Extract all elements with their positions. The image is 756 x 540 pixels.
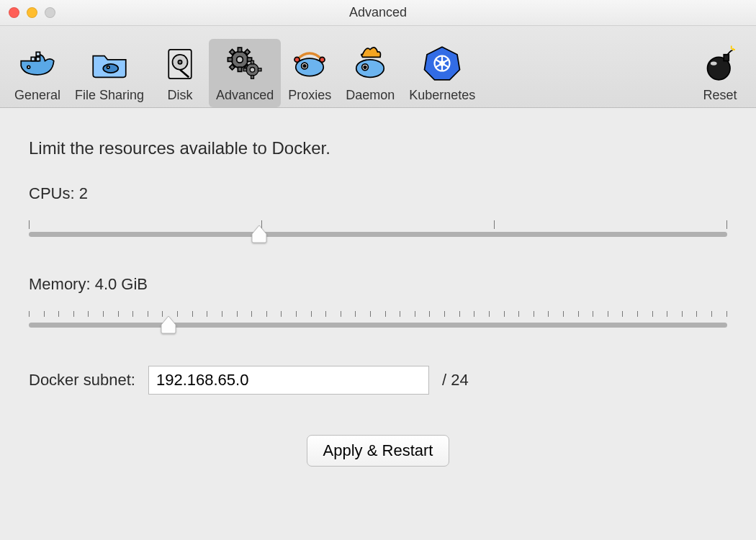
close-window-button[interactable] [9,7,19,18]
subnet-input[interactable] [148,366,429,395]
svg-point-32 [441,61,444,65]
preferences-panel: Limit the resources available to Docker.… [0,108,756,484]
memory-slider-ticks [29,311,727,321]
tab-file-sharing[interactable]: File Sharing [68,39,151,107]
gears-icon [225,43,265,84]
tab-label: Daemon [346,88,395,103]
svg-point-34 [711,61,717,65]
panel-heading: Limit the resources available to Docker. [29,138,727,158]
disk-icon [160,43,200,84]
svg-rect-18 [251,60,254,64]
svg-point-2 [107,66,110,69]
cpu-slider-track [29,232,727,237]
svg-rect-9 [238,67,242,71]
svg-rect-8 [238,48,242,52]
subnet-label: Docker subnet: [29,371,135,390]
svg-rect-10 [228,58,233,61]
svg-point-27 [356,60,384,78]
tab-advanced[interactable]: Advanced [209,39,281,107]
apply-restart-button[interactable]: Apply & Restart [307,435,450,467]
svg-point-26 [320,57,325,62]
svg-point-0 [27,66,30,68]
svg-point-17 [250,67,255,72]
tab-label: Proxies [288,88,331,103]
memory-slider[interactable] [29,304,727,333]
tab-label: Disk [168,88,193,103]
whale-icon [17,43,58,84]
bomb-icon [700,43,740,84]
memory-slider-track [29,323,727,328]
tab-label: Kubernetes [409,88,475,103]
whale-flame-icon [350,43,390,84]
tab-kubernetes[interactable]: Kubernetes [402,39,482,107]
memory-section: Memory: 4.0 GiB [29,275,727,333]
svg-rect-21 [258,68,262,71]
cpu-label: CPUs: 2 [29,184,727,203]
preferences-toolbar: General File Sharing [0,26,756,108]
kubernetes-icon [422,43,462,84]
folder-share-icon [89,43,130,84]
tab-reset[interactable]: Reset [691,39,749,107]
whale-proxy-icon [289,43,330,84]
subnet-section: Docker subnet: / 24 [29,366,727,395]
svg-point-1 [103,64,118,73]
cpu-slider-thumb[interactable] [251,224,268,244]
svg-rect-19 [251,76,254,79]
svg-rect-35 [724,55,729,61]
tab-label: Reset [703,88,737,103]
window-titlebar: Advanced [0,0,756,26]
subnet-suffix: / 24 [442,371,469,390]
cpu-slider[interactable] [29,213,727,242]
tab-daemon[interactable]: Daemon [338,39,402,107]
tab-proxies[interactable]: Proxies [281,39,338,107]
tab-label: General [14,88,60,103]
minimize-window-button[interactable] [27,7,37,18]
svg-point-5 [178,60,181,64]
svg-point-24 [303,65,306,68]
svg-rect-20 [243,68,247,71]
memory-label: Memory: 4.0 GiB [29,275,727,294]
tab-disk[interactable]: Disk [151,39,209,107]
svg-point-7 [237,56,243,63]
svg-point-22 [296,58,324,76]
zoom-window-button[interactable] [45,7,55,18]
memory-slider-thumb[interactable] [160,315,177,335]
svg-point-29 [364,66,366,69]
window-controls [9,7,55,18]
window-title: Advanced [349,5,407,20]
cpu-slider-ticks [29,220,727,230]
tab-label: File Sharing [75,88,144,103]
tab-label: Advanced [216,88,274,103]
tab-general[interactable]: General [7,39,68,107]
svg-point-25 [294,57,300,62]
cpu-section: CPUs: 2 [29,184,727,242]
